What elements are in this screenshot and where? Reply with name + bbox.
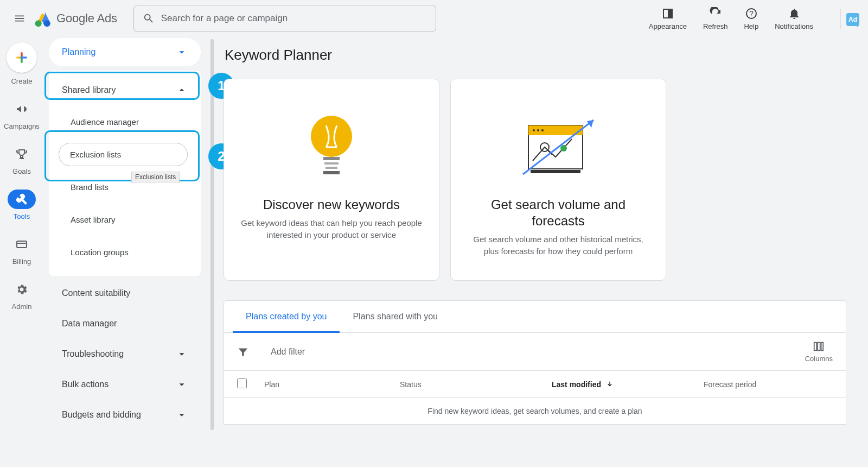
main-content: Keyword Planner Discover new keywords Ge… xyxy=(206,37,868,467)
nav-location-groups[interactable]: Location groups xyxy=(49,236,201,268)
card-icon xyxy=(15,238,28,251)
hamburger-menu[interactable] xyxy=(13,12,26,25)
svg-point-0 xyxy=(35,20,42,27)
help-button[interactable]: ? Help xyxy=(744,7,758,30)
create-button[interactable] xyxy=(7,42,37,73)
subnav-panel: Planning Shared library Audience manager… xyxy=(43,37,206,467)
logo[interactable]: Google Ads xyxy=(35,10,117,27)
nav-content-suitability[interactable]: Content suitability xyxy=(49,278,201,308)
svg-point-12 xyxy=(533,129,535,131)
card-search-volume[interactable]: Get search volume and forecasts Get sear… xyxy=(450,79,666,281)
tools-icon xyxy=(15,193,28,206)
table-header-row: Plan Status Last modified Forecast perio… xyxy=(224,371,846,398)
rail-goals[interactable]: Goals xyxy=(12,144,31,175)
th-forecast[interactable]: Forecast period xyxy=(704,380,833,389)
svg-point-17 xyxy=(560,145,567,152)
card-desc: Get keyword ideas that can help you reac… xyxy=(240,217,423,241)
ad-badge[interactable]: Ad xyxy=(846,13,859,26)
bell-icon xyxy=(788,7,801,20)
card-desc: Get search volume and other historical m… xyxy=(467,234,649,257)
planning-label: Planning xyxy=(62,47,95,57)
chevron-down-icon xyxy=(176,409,188,421)
search-icon xyxy=(143,12,155,24)
tab-plans-you[interactable]: Plans created by you xyxy=(233,301,340,332)
search-input[interactable] xyxy=(161,13,427,24)
refresh-button[interactable]: Refresh xyxy=(703,7,728,30)
svg-rect-21 xyxy=(821,343,824,351)
th-status[interactable]: Status xyxy=(400,380,552,389)
planning-dropdown[interactable]: Planning xyxy=(49,38,201,66)
svg-point-13 xyxy=(537,129,539,131)
svg-rect-7 xyxy=(324,162,339,165)
google-ads-icon xyxy=(35,10,52,27)
appearance-button[interactable]: Appearance xyxy=(649,7,687,30)
add-filter-button[interactable]: Add filter xyxy=(271,347,305,357)
gear-icon xyxy=(15,283,28,296)
arrow-down-icon xyxy=(605,380,614,389)
rail-billing[interactable]: Billing xyxy=(12,235,31,266)
svg-point-1 xyxy=(44,20,50,27)
svg-rect-6 xyxy=(323,157,340,160)
plus-icon xyxy=(14,50,29,65)
svg-rect-8 xyxy=(326,167,337,169)
svg-point-14 xyxy=(541,129,544,131)
card-discover-keywords[interactable]: Discover new keywords Get keyword ideas … xyxy=(224,79,439,281)
megaphone-icon xyxy=(15,103,28,116)
svg-rect-20 xyxy=(818,343,821,351)
nav-asset-library[interactable]: Asset library xyxy=(49,203,201,236)
plans-panel: Plans created by you Plans shared with y… xyxy=(224,300,846,425)
lightbulb-illustration xyxy=(302,106,361,188)
nav-exclusion-lists[interactable]: Exclusion lists xyxy=(49,138,201,171)
svg-rect-4 xyxy=(17,241,27,248)
chevron-up-icon xyxy=(176,84,188,96)
rail-admin[interactable]: Admin xyxy=(12,280,32,311)
page-title: Keyword Planner xyxy=(225,47,846,64)
left-rail: Create Campaigns Goals Tools Billing Adm… xyxy=(0,37,43,467)
search-input-wrap[interactable] xyxy=(133,5,436,32)
svg-text:?: ? xyxy=(749,9,754,18)
nav-bulk-actions[interactable]: Bulk actions xyxy=(49,369,201,400)
refresh-icon xyxy=(709,7,722,20)
divider xyxy=(840,9,841,29)
logo-text: Google Ads xyxy=(56,11,117,26)
shared-library-label: Shared library xyxy=(62,85,116,95)
filter-icon[interactable] xyxy=(237,346,249,358)
columns-button[interactable]: Columns xyxy=(805,340,833,363)
trophy-icon xyxy=(15,148,28,161)
card-title: Discover new keywords xyxy=(263,197,400,213)
chevron-down-icon xyxy=(176,378,188,390)
svg-rect-18 xyxy=(531,170,580,173)
nav-audience-manager[interactable]: Audience manager xyxy=(49,105,201,138)
columns-icon xyxy=(813,340,825,352)
table-empty-message: Find new keyword ideas, get search volum… xyxy=(224,398,846,424)
rail-tools[interactable]: Tools xyxy=(8,190,36,220)
help-icon: ? xyxy=(745,7,758,20)
shared-library-toggle[interactable]: Shared library xyxy=(49,75,201,105)
svg-rect-9 xyxy=(323,171,340,174)
nav-data-manager[interactable]: Data manager xyxy=(49,308,201,339)
svg-rect-19 xyxy=(814,343,817,351)
rail-campaigns[interactable]: Campaigns xyxy=(4,99,40,130)
select-all-checkbox[interactable] xyxy=(237,378,247,388)
nav-troubleshooting[interactable]: Troubleshooting xyxy=(49,339,201,369)
svg-point-5 xyxy=(311,116,352,157)
card-title: Get search volume and forecasts xyxy=(467,197,649,229)
chevron-down-icon xyxy=(176,348,188,360)
th-plan[interactable]: Plan xyxy=(264,380,400,389)
th-last-modified[interactable]: Last modified xyxy=(552,380,704,389)
chevron-down-icon xyxy=(176,46,188,58)
appearance-icon xyxy=(661,7,674,20)
chart-illustration xyxy=(512,106,604,188)
notifications-button[interactable]: Notifications xyxy=(775,7,813,30)
tab-plans-shared[interactable]: Plans shared with you xyxy=(340,301,451,332)
exclusion-tooltip: Exclusion lists xyxy=(131,172,180,182)
create-label: Create xyxy=(11,77,32,85)
nav-budgets-bidding[interactable]: Budgets and bidding xyxy=(49,400,201,430)
